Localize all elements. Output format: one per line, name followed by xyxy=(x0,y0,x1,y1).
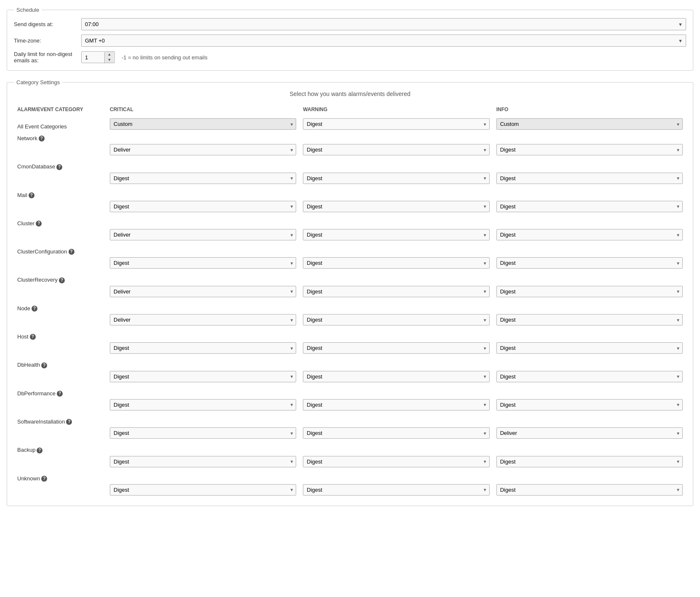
dbhealth-warning-label-cell xyxy=(300,357,493,370)
backup-warning-cell: DeliverDigestCustomIgnore▼ xyxy=(300,455,493,471)
unknown-help-icon[interactable]: ? xyxy=(41,476,47,482)
network-critical-select[interactable]: DeliverDigestCustomIgnore xyxy=(110,144,296,155)
category-row-network: Network? xyxy=(14,131,686,143)
timezone-select[interactable]: GMT +0 GMT +1 GMT -1 GMT +5 GMT -5 xyxy=(81,35,686,47)
cmondatabase-help-icon[interactable]: ? xyxy=(56,164,62,170)
cluster-help-icon[interactable]: ? xyxy=(36,221,42,227)
dbperformance-empty-cell xyxy=(14,398,106,414)
all-event-warning-wrapper: Deliver Digest Custom Ignore ▼ xyxy=(303,118,489,130)
cluster-info-wrapper: DeliverDigestCustomIgnore▼ xyxy=(496,229,683,240)
dbperformance-label-cell: DbPerformance? xyxy=(14,386,106,398)
cmondatabase-critical-select[interactable]: DeliverDigestCustomIgnore xyxy=(110,173,296,184)
backup-info-select[interactable]: DeliverDigestCustomIgnore xyxy=(496,456,683,467)
mail-help-icon[interactable]: ? xyxy=(29,192,34,198)
cmondatabase-warning-select[interactable]: DeliverDigestCustomIgnore xyxy=(303,173,489,184)
dbhealth-critical-label-cell xyxy=(106,357,300,370)
dbperformance-info-label-cell xyxy=(493,386,686,398)
spinner-up-button[interactable]: ▲ xyxy=(105,52,114,57)
all-event-info-select[interactable]: Custom Deliver Digest Ignore xyxy=(496,118,683,130)
host-label: Host xyxy=(17,333,29,340)
network-warning-select[interactable]: DeliverDigestCustomIgnore xyxy=(303,144,489,155)
dbhealth-critical-select[interactable]: DeliverDigestCustomIgnore xyxy=(110,371,296,382)
cmondatabase-label-cell: CmonDatabase? xyxy=(14,159,106,171)
daily-limit-spinner: ▲ ▼ xyxy=(81,51,115,63)
clusterrecovery-help-icon[interactable]: ? xyxy=(59,277,65,283)
clusterconfiguration-help-icon[interactable]: ? xyxy=(69,249,74,255)
cmondatabase-info-select[interactable]: DeliverDigestCustomIgnore xyxy=(496,173,683,184)
clusterconfiguration-warning-cell: DeliverDigestCustomIgnore▼ xyxy=(300,256,493,272)
spinner-down-button[interactable]: ▼ xyxy=(105,57,114,63)
softwareinstallation-warning-select[interactable]: DeliverDigestCustomIgnore xyxy=(303,427,489,439)
host-info-select[interactable]: DeliverDigestCustomIgnore xyxy=(496,342,683,354)
backup-warning-select[interactable]: DeliverDigestCustomIgnore xyxy=(303,456,489,467)
backup-help-icon[interactable]: ? xyxy=(37,448,42,453)
network-empty-cell xyxy=(14,143,106,159)
send-digests-select[interactable]: 07:00 08:00 09:00 10:00 12:00 18:00 xyxy=(81,18,686,30)
dbhealth-warning-wrapper: DeliverDigestCustomIgnore▼ xyxy=(303,371,489,382)
backup-critical-select[interactable]: DeliverDigestCustomIgnore xyxy=(110,456,296,467)
schedule-legend: Schedule xyxy=(14,7,42,13)
node-warning-select[interactable]: DeliverDigestCustomIgnore xyxy=(303,314,489,325)
dbperformance-help-icon[interactable]: ? xyxy=(57,391,63,397)
mail-critical-select[interactable]: DeliverDigestCustomIgnore xyxy=(110,201,296,212)
host-warning-select[interactable]: DeliverDigestCustomIgnore xyxy=(303,342,489,354)
cluster-warning-select[interactable]: DeliverDigestCustomIgnore xyxy=(303,229,489,240)
cluster-empty-cell xyxy=(14,228,106,244)
cluster-critical-cell: DeliverDigestCustomIgnore▼ xyxy=(106,228,300,244)
unknown-critical-select[interactable]: DeliverDigestCustomIgnore xyxy=(110,484,296,496)
mail-info-cell: DeliverDigestCustomIgnore▼ xyxy=(493,200,686,216)
softwareinstallation-help-icon[interactable]: ? xyxy=(66,419,72,425)
clusterrecovery-warning-select[interactable]: DeliverDigestCustomIgnore xyxy=(303,286,489,297)
node-info-select[interactable]: DeliverDigestCustomIgnore xyxy=(496,314,683,325)
dbperformance-warning-label-cell xyxy=(300,386,493,398)
mail-info-select[interactable]: DeliverDigestCustomIgnore xyxy=(496,201,683,212)
backup-critical-wrapper: DeliverDigestCustomIgnore▼ xyxy=(110,456,296,467)
dbperformance-info-select[interactable]: DeliverDigestCustomIgnore xyxy=(496,399,683,410)
all-event-critical-select[interactable]: Custom Deliver Digest Ignore xyxy=(110,118,296,130)
host-warning-wrapper: DeliverDigestCustomIgnore▼ xyxy=(303,342,489,354)
unknown-label: Unknown xyxy=(17,475,40,482)
node-help-icon[interactable]: ? xyxy=(32,306,37,312)
host-help-icon[interactable]: ? xyxy=(30,334,36,340)
mail-warning-wrapper: DeliverDigestCustomIgnore▼ xyxy=(303,201,489,212)
clusterrecovery-info-cell: DeliverDigestCustomIgnore▼ xyxy=(493,285,686,301)
dbhealth-warning-select[interactable]: DeliverDigestCustomIgnore xyxy=(303,371,489,382)
dbhealth-label: DbHealth xyxy=(17,362,40,368)
dbperformance-warning-select[interactable]: DeliverDigestCustomIgnore xyxy=(303,399,489,410)
mail-info-wrapper: DeliverDigestCustomIgnore▼ xyxy=(496,201,683,212)
mail-critical-cell: DeliverDigestCustomIgnore▼ xyxy=(106,200,300,216)
backup-critical-label-cell xyxy=(106,442,300,455)
clusterconfiguration-warning-select[interactable]: DeliverDigestCustomIgnore xyxy=(303,257,489,269)
network-info-select[interactable]: DeliverDigestCustomIgnore xyxy=(496,144,683,155)
softwareinstallation-info-select[interactable]: DeliverDigestCustomIgnore xyxy=(496,427,683,439)
softwareinstallation-label-cell: SoftwareInstallation? xyxy=(14,414,106,426)
category-dropdown-row-node: DeliverDigestCustomIgnore▼DeliverDigestC… xyxy=(14,313,686,329)
schedule-section: Schedule Send digests at: 07:00 08:00 09… xyxy=(7,7,693,71)
dbperformance-critical-cell: DeliverDigestCustomIgnore▼ xyxy=(106,398,300,414)
cluster-critical-select[interactable]: DeliverDigestCustomIgnore xyxy=(110,229,296,240)
unknown-warning-select[interactable]: DeliverDigestCustomIgnore xyxy=(303,484,489,496)
node-critical-cell: DeliverDigestCustomIgnore▼ xyxy=(106,313,300,329)
mail-warning-select[interactable]: DeliverDigestCustomIgnore xyxy=(303,201,489,212)
daily-limit-input[interactable] xyxy=(82,52,105,63)
dbhealth-critical-cell: DeliverDigestCustomIgnore▼ xyxy=(106,370,300,386)
all-event-warning-select[interactable]: Deliver Digest Custom Ignore xyxy=(303,118,489,130)
dbhealth-info-select[interactable]: DeliverDigestCustomIgnore xyxy=(496,371,683,382)
category-row-cluster: Cluster? xyxy=(14,216,686,228)
dbperformance-critical-select[interactable]: DeliverDigestCustomIgnore xyxy=(110,399,296,410)
clusterconfiguration-info-select[interactable]: DeliverDigestCustomIgnore xyxy=(496,257,683,269)
send-digests-control: 07:00 08:00 09:00 10:00 12:00 18:00 ▼ xyxy=(81,18,686,30)
node-critical-select[interactable]: DeliverDigestCustomIgnore xyxy=(110,314,296,325)
clusterconfiguration-critical-select[interactable]: DeliverDigestCustomIgnore xyxy=(110,257,296,269)
host-critical-select[interactable]: DeliverDigestCustomIgnore xyxy=(110,342,296,354)
clusterrecovery-critical-select[interactable]: DeliverDigestCustomIgnore xyxy=(110,286,296,297)
dbhealth-help-icon[interactable]: ? xyxy=(41,362,47,368)
softwareinstallation-warning-label-cell xyxy=(300,414,493,426)
unknown-info-select[interactable]: DeliverDigestCustomIgnore xyxy=(496,484,683,496)
network-help-icon[interactable]: ? xyxy=(39,136,45,141)
clusterrecovery-info-select[interactable]: DeliverDigestCustomIgnore xyxy=(496,286,683,297)
cluster-info-select[interactable]: DeliverDigestCustomIgnore xyxy=(496,229,683,240)
node-info-wrapper: DeliverDigestCustomIgnore▼ xyxy=(496,314,683,325)
softwareinstallation-warning-wrapper: DeliverDigestCustomIgnore▼ xyxy=(303,427,489,439)
softwareinstallation-critical-select[interactable]: DeliverDigestCustomIgnore xyxy=(110,427,296,439)
